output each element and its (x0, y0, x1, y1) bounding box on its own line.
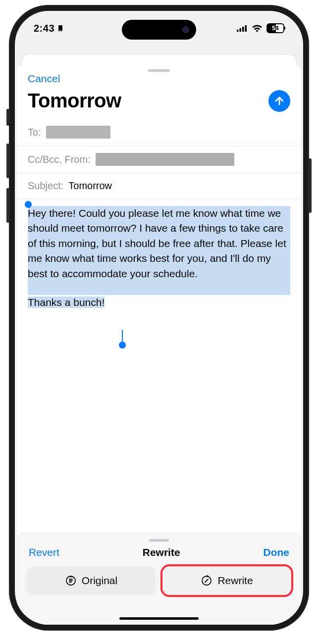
orientation-lock-icon (56, 24, 64, 32)
selection-handle-end[interactable] (119, 342, 126, 348)
rewrite-button[interactable]: Rewrite (162, 566, 291, 595)
svg-rect-2 (237, 30, 239, 32)
to-value-redacted (46, 126, 110, 139)
arrow-up-icon (273, 95, 285, 107)
svg-rect-3 (240, 28, 242, 32)
dynamic-island (122, 20, 196, 40)
from-value-redacted (96, 153, 234, 166)
phone-frame: 2:43 54 Cancel Tomorrow (9, 5, 309, 631)
body-paragraph-1: Hey there! Could you please let me know … (28, 207, 289, 279)
compose-sheet: Cancel Tomorrow To: Cc/Bcc, From: Subjec… (17, 64, 301, 625)
send-button[interactable] (268, 90, 290, 112)
subject-field[interactable]: Subject: Tomorrow (17, 173, 301, 199)
svg-rect-5 (245, 25, 247, 32)
panel-title: Rewrite (143, 546, 180, 558)
rewrite-icon (201, 575, 212, 587)
selection-handle-start[interactable] (25, 201, 32, 208)
message-body[interactable]: Hey there! Could you please let me know … (17, 199, 301, 533)
cc-bcc-from-label: Cc/Bcc, From: (28, 154, 91, 165)
rewrite-label: Rewrite (217, 575, 253, 587)
writing-tools-panel: Revert Rewrite Done Original (17, 533, 301, 625)
wifi-icon (252, 24, 263, 32)
cancel-button[interactable]: Cancel (17, 72, 301, 90)
cc-bcc-from-field[interactable]: Cc/Bcc, From: (17, 146, 301, 173)
original-icon (65, 575, 77, 587)
body-paragraph-2: Thanks a bunch! (28, 297, 105, 308)
cellular-icon (237, 25, 248, 32)
original-label: Original (82, 575, 117, 587)
svg-rect-1 (59, 30, 61, 31)
svg-rect-4 (242, 27, 244, 32)
compose-title: Tomorrow (28, 90, 121, 112)
battery-icon: 54 (266, 23, 284, 33)
done-button[interactable]: Done (264, 546, 290, 558)
status-time: 2:43 (34, 23, 54, 34)
revert-button[interactable]: Revert (29, 546, 59, 558)
original-button[interactable]: Original (27, 566, 156, 595)
home-indicator[interactable] (119, 617, 199, 620)
subject-label: Subject: (28, 180, 63, 192)
phone-screen: 2:43 54 Cancel Tomorrow (15, 11, 303, 625)
to-field[interactable]: To: (17, 119, 301, 146)
camera-dot (182, 26, 189, 33)
panel-grabber[interactable] (149, 539, 169, 542)
subject-value: Tomorrow (68, 180, 112, 192)
to-label: To: (28, 127, 41, 138)
